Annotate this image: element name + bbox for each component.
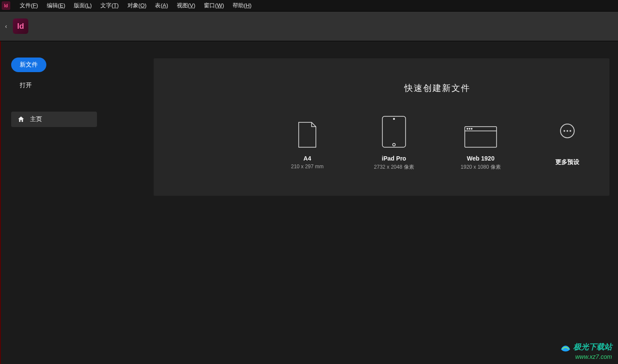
svg-rect-0 xyxy=(382,116,406,147)
watermark: 极光下载站 www.xz7.com xyxy=(560,342,612,361)
svg-point-2 xyxy=(393,143,395,146)
quick-create-panel: 快速创建新文件 A4 210 x 297 mm xyxy=(154,58,609,196)
preset-label: iPad Pro xyxy=(382,155,406,162)
preset-ipad-pro[interactable]: iPad Pro 2732 x 2048 像素 xyxy=(366,115,422,171)
preset-label: A4 xyxy=(303,155,311,162)
svg-point-1 xyxy=(394,118,395,120)
app-badge-icon: Id xyxy=(2,1,10,10)
preset-more[interactable]: 更多预设 xyxy=(539,115,595,171)
menu-file[interactable]: 文件(F) xyxy=(15,0,42,11)
menu-type[interactable]: 文字(T) xyxy=(96,0,123,11)
menu-layout[interactable]: 版面(L) xyxy=(70,0,96,11)
menubar: Id 文件(F) 编辑(E) 版面(L) 文字(T) 对象(O) 表(A) 视图… xyxy=(0,0,618,11)
preset-sub: 2732 x 2048 像素 xyxy=(374,164,414,171)
svg-point-7 xyxy=(471,128,472,129)
sidebar-item-label: 主页 xyxy=(30,115,42,123)
watermark-url: www.xz7.com xyxy=(560,353,612,361)
menu-edit[interactable]: 编辑(E) xyxy=(42,0,70,11)
preset-sub: 1920 x 1080 像素 xyxy=(460,164,500,171)
preset-label: Web 1920 xyxy=(467,155,494,162)
main-area: 新文件 打开 主页 快速创建新文件 A4 210 x 297 mm xyxy=(0,41,618,364)
tablet-icon xyxy=(382,115,406,148)
preset-row: A4 210 x 297 mm iPad Pro 2732 x 2048 像素 xyxy=(265,115,609,171)
menu-help[interactable]: 帮助(H) xyxy=(228,0,256,11)
menu-table[interactable]: 表(A) xyxy=(151,0,172,11)
svg-point-6 xyxy=(469,128,470,129)
indesign-logo-icon: Id xyxy=(13,18,28,34)
home-sidebar: 新文件 打开 主页 xyxy=(11,58,101,127)
app-toolbar: ‹ Id xyxy=(0,11,618,41)
menu-view[interactable]: 视图(V) xyxy=(173,0,200,11)
preset-label: 更多预设 xyxy=(555,158,579,166)
collapse-sidebar-icon[interactable]: ‹ xyxy=(3,18,9,35)
sidebar-item-home[interactable]: 主页 xyxy=(11,112,97,127)
preset-sub: 210 x 297 mm xyxy=(291,164,324,170)
watermark-brand: 极光下载站 xyxy=(573,342,612,352)
svg-rect-3 xyxy=(465,127,497,147)
panel-title: 快速创建新文件 xyxy=(265,58,609,94)
page-icon xyxy=(298,121,317,148)
new-file-button[interactable]: 新文件 xyxy=(11,58,46,72)
menu-object[interactable]: 对象(O) xyxy=(123,0,151,11)
watermark-logo-icon xyxy=(560,342,571,353)
home-icon xyxy=(17,115,25,123)
more-icon xyxy=(560,124,575,138)
open-button[interactable]: 打开 xyxy=(11,78,40,93)
menu-window[interactable]: 窗口(W) xyxy=(200,0,228,11)
svg-point-5 xyxy=(467,128,468,129)
browser-icon xyxy=(464,126,497,148)
preset-a4[interactable]: A4 210 x 297 mm xyxy=(279,115,335,171)
preset-web-1920[interactable]: Web 1920 1920 x 1080 像素 xyxy=(453,115,509,171)
